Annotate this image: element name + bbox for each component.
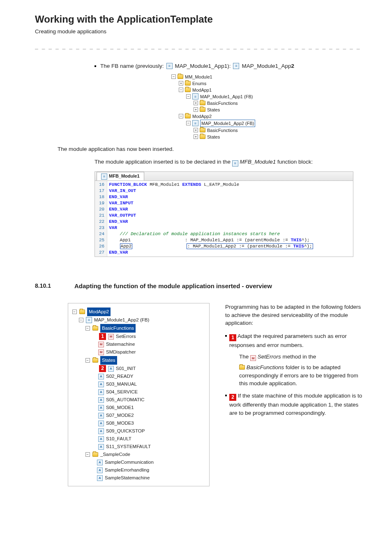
tree-node[interactable]: SampleStatemachine (105, 474, 150, 482)
right-intro: Programming has to be adapted in the fol… (225, 303, 363, 327)
folder-icon (185, 114, 191, 118)
folder-icon (79, 310, 85, 314)
tree-node[interactable]: S10_FAULT (106, 435, 131, 443)
project-tree[interactable]: −MM_Module1 +Enums −ModApp1 −≡MAP_Module… (171, 74, 286, 140)
tree-node[interactable]: BasicFunctions (100, 324, 136, 333)
expander-icon[interactable]: − (171, 74, 176, 79)
tree-node[interactable]: States (207, 106, 220, 113)
action-icon: A (98, 444, 104, 450)
fb-icon: ≡ (192, 93, 198, 99)
tree-node[interactable]: SMDispatcher (106, 348, 136, 356)
tree-node[interactable]: States (207, 134, 220, 140)
editor-tab[interactable]: ≡ MFB_Module1 (97, 172, 144, 180)
tree-node[interactable]: ModApp1 (192, 87, 212, 93)
modapp-tree[interactable]: −ModApp2 −≡MAP_Module1_App2 (FB) −BasicF… (71, 308, 206, 482)
folder-icon (200, 134, 205, 139)
tree-node[interactable]: S09_QUICKSTOP (106, 427, 145, 435)
fb-icon: ≡ (101, 173, 107, 180)
expander-icon[interactable]: − (85, 452, 90, 457)
bullet-dot-icon (95, 65, 96, 67)
tree-node[interactable]: MAP_Module1_App2 (FB) (94, 316, 149, 324)
folder-icon (239, 365, 245, 370)
method-icon: M (98, 349, 104, 355)
action-icon: A (97, 475, 103, 481)
action-icon: A (98, 389, 104, 395)
tree-node[interactable]: S02_READY (106, 372, 133, 380)
expander-icon[interactable]: − (179, 88, 183, 92)
tree-node[interactable]: Enums (192, 80, 206, 87)
tree-node[interactable]: S11_SYSTEMFAULT (106, 443, 151, 451)
tree-panel: −ModApp2 −≡MAP_Module1_App2 (FB) −BasicF… (68, 303, 210, 486)
separator-line: _ _ _ _ _ _ _ _ _ _ _ _ _ _ _ _ _ _ _ _ … (35, 43, 363, 51)
tree-node[interactable]: MM_Module1 (185, 74, 212, 80)
badge-2: 2 (229, 394, 236, 401)
expander-icon[interactable]: + (179, 81, 183, 86)
tree-node[interactable]: S08_MODE3 (106, 419, 134, 427)
tree-node[interactable]: States (100, 356, 117, 365)
tree-node[interactable]: Statemachine (106, 340, 135, 348)
action-icon: A (98, 428, 104, 434)
page-subtitle: Creating module applications (35, 28, 363, 36)
action-icon: A (98, 421, 104, 426)
expander-icon[interactable]: + (194, 128, 198, 132)
bullet-2: 2 If the state machine of this module ap… (225, 392, 363, 417)
folder-icon (92, 452, 98, 457)
expander-icon[interactable]: + (194, 107, 198, 112)
action-icon: A (98, 405, 104, 411)
method-icon: M (250, 355, 256, 361)
fb-name-line: The FB name (previously: ≡ MAP_Module1_A… (95, 62, 363, 70)
tree-node[interactable]: S04_SERVICE (106, 388, 138, 396)
tree-node[interactable]: S01_INIT (116, 365, 136, 372)
expander-icon[interactable]: + (194, 134, 198, 139)
tree-node[interactable]: SetErrors (116, 333, 136, 340)
expander-icon[interactable]: − (85, 326, 90, 331)
paragraph-inserted: The module application has now been inse… (58, 145, 363, 153)
expander-icon[interactable]: − (186, 121, 191, 125)
tree-node[interactable]: S03_MANUAL (106, 380, 137, 388)
fb-icon: ≡ (166, 63, 173, 69)
tree-node[interactable]: SampleCommunication (105, 458, 154, 466)
action-icon: A (98, 382, 104, 387)
tree-node[interactable]: MAP_Module1_App1 (FB) (200, 93, 253, 100)
fb-new-name: MAP_Module1_App2 (242, 62, 294, 70)
badge-1: 1 (229, 334, 236, 341)
paragraph-declare: The module application inserted is to be… (95, 158, 363, 166)
fb-prefix: The FB name (previously: (100, 62, 164, 70)
tree-root-selected[interactable]: ModApp2 (87, 308, 111, 316)
code-editor[interactable]: ≡ MFB_Module1 161718192021222324252627 F… (95, 171, 353, 257)
action-icon: A (97, 460, 103, 465)
method-icon: M (98, 342, 104, 347)
expander-icon[interactable]: − (72, 310, 77, 314)
tree-node[interactable]: BasicFunctions (207, 100, 238, 106)
tree-node-selected[interactable]: MAP_Module1_App2 (FB) (200, 120, 255, 127)
code-lines[interactable]: FUNCTION_BLOCK MFB_Module1 EXTENDS L_EAT… (107, 181, 353, 257)
tree-node[interactable]: _SampleCode (100, 451, 130, 458)
bullet-dot-icon (225, 335, 227, 337)
tree-node[interactable]: BasicFunctions (207, 127, 238, 134)
bullet-1: 1 Adapt the required parameters such as … (225, 332, 363, 388)
expander-icon[interactable]: − (85, 358, 90, 363)
folder-icon (200, 128, 205, 132)
expander-icon[interactable]: − (79, 318, 83, 322)
method-icon: M (108, 334, 114, 340)
tree-node[interactable]: S06_MODE1 (106, 404, 134, 412)
section-title: Adapting the function of the module appl… (74, 282, 272, 291)
tree-node[interactable]: S05_AUTOMATIC (106, 396, 145, 404)
folder-icon (92, 326, 98, 331)
folder-icon (92, 358, 98, 363)
action-icon: A (98, 436, 104, 442)
tree-node[interactable]: S07_MODE2 (106, 412, 134, 419)
folder-icon (200, 107, 205, 112)
page-title: Working with the ApplicationTemplate (35, 12, 363, 27)
editor-tab-label: MFB_Module1 (109, 173, 140, 180)
folder-icon (200, 101, 205, 105)
fb-icon: ≡ (232, 160, 238, 166)
editor-tabbar: ≡ MFB_Module1 (95, 172, 353, 181)
expander-icon[interactable]: − (179, 114, 183, 118)
expander-icon[interactable]: + (194, 101, 198, 105)
expander-icon[interactable]: − (186, 94, 191, 99)
folder-icon (185, 81, 191, 86)
fb-icon: ≡ (233, 63, 239, 69)
tree-node[interactable]: SampleErrorhandling (105, 466, 149, 474)
tree-node[interactable]: ModApp2 (192, 113, 212, 120)
